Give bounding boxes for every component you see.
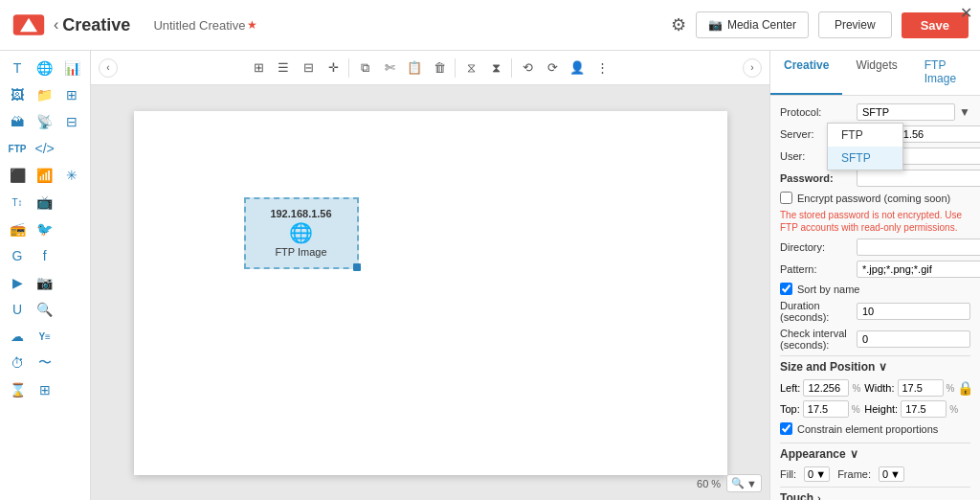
toolbar-back-icon[interactable]: ⧖ xyxy=(459,57,482,80)
sidebar-google-icon[interactable]: G xyxy=(4,242,31,269)
sidebar-media-icon[interactable]: 📁 xyxy=(32,81,58,108)
protocol-input[interactable] xyxy=(857,103,955,121)
sidebar-wave-icon[interactable]: 〜 xyxy=(32,350,58,376)
sidebar-u-icon[interactable]: U xyxy=(4,296,31,323)
sidebar-timer-icon[interactable]: ⏱ xyxy=(4,350,31,376)
check-interval-input[interactable] xyxy=(857,330,970,348)
width-pct: % xyxy=(947,383,955,394)
sidebar-tv-icon[interactable]: 📺 xyxy=(32,189,58,216)
lock-icon[interactable]: 🔒 xyxy=(957,380,973,396)
media-center-button[interactable]: 📷 Media Center xyxy=(696,11,809,38)
toolbar-align-icon[interactable]: ☰ xyxy=(272,57,295,80)
directory-row: Directory: xyxy=(780,239,970,256)
right-collapse-button[interactable]: › xyxy=(743,58,762,78)
sidebar-web-icon[interactable]: 🌐 xyxy=(32,55,58,81)
protocol-dropdown-arrow[interactable]: ▼ xyxy=(959,105,970,119)
back-arrow[interactable]: ‹ xyxy=(54,16,58,34)
tab-creative[interactable]: Creative xyxy=(770,51,842,95)
directory-label: Directory: xyxy=(780,241,857,253)
preview-button[interactable]: Preview xyxy=(818,11,892,38)
frame-value: 0 xyxy=(882,468,888,480)
sidebar-empty4 xyxy=(58,242,85,269)
sidebar-text2-icon[interactable]: T↕ xyxy=(4,189,31,216)
encrypt-checkbox[interactable] xyxy=(780,192,792,204)
sidebar-landscape-icon[interactable]: 🏔 xyxy=(4,108,31,135)
toolbar-forward-icon[interactable]: ⧗ xyxy=(484,57,507,80)
canvas[interactable]: 192.168.1.56 🌐 FTP Image xyxy=(134,111,727,475)
left-label: Left: xyxy=(780,382,800,394)
toolbar-select-icon[interactable]: ⊟ xyxy=(297,57,320,80)
check-interval-row: Check interval (seconds): xyxy=(780,328,970,351)
sidebar-grid2-icon[interactable]: ⊞ xyxy=(58,81,85,108)
left-pct: % xyxy=(852,383,860,394)
sidebar-rss-icon[interactable]: 📡 xyxy=(32,108,58,135)
toolbar-redo-icon[interactable]: ⟳ xyxy=(541,57,564,80)
toolbar-paste-icon[interactable]: 📋 xyxy=(403,57,426,80)
top-input[interactable] xyxy=(803,400,849,418)
appearance-title[interactable]: Appearance ∨ xyxy=(780,447,970,461)
check-interval-label: Check interval (seconds): xyxy=(780,328,857,351)
width-label: Width: xyxy=(864,382,894,394)
tab-widgets[interactable]: Widgets xyxy=(842,51,910,95)
frame-select[interactable]: 0 ▼ xyxy=(879,466,904,482)
divider2 xyxy=(780,443,970,443)
error-text: The stored password is not encrypted. Us… xyxy=(780,209,970,234)
constrain-checkbox[interactable] xyxy=(780,422,792,435)
sidebar-search-icon[interactable]: 🔍 xyxy=(32,296,58,323)
sidebar-chart-icon[interactable]: 📊 xyxy=(58,55,85,81)
toolbar-copy-icon[interactable]: ⧉ xyxy=(353,57,376,80)
toolbar-user-icon[interactable]: 👤 xyxy=(566,57,589,80)
encrypt-label: Encrypt password (coming soon) xyxy=(797,193,950,204)
size-position-title[interactable]: Size and Position ∨ xyxy=(780,360,970,374)
duration-input[interactable] xyxy=(857,303,970,320)
sidebar-shape-icon[interactable]: ⬛ xyxy=(4,162,31,189)
left-collapse-button[interactable]: ‹ xyxy=(99,58,118,78)
toolbar-cut-icon[interactable]: ✄ xyxy=(378,57,401,80)
sidebar-youtube-icon[interactable]: ▶ xyxy=(4,269,31,296)
ftp-widget[interactable]: 192.168.1.56 🌐 FTP Image xyxy=(244,197,359,269)
sidebar-yammer-icon[interactable]: Y≡ xyxy=(32,323,58,350)
sidebar-wifi-icon[interactable]: 📶 xyxy=(32,162,58,189)
sidebar-hourglass-icon[interactable]: ⌛ xyxy=(4,376,31,403)
toolbar-grid-icon[interactable]: ⊞ xyxy=(247,57,270,80)
toolbar-undo-icon[interactable]: ⟲ xyxy=(516,57,539,80)
sidebar-empty8 xyxy=(58,350,85,376)
directory-input[interactable] xyxy=(857,239,980,256)
touch-row[interactable]: Touch › xyxy=(780,491,970,500)
sidebar-ftp-icon[interactable]: FTP xyxy=(4,135,31,162)
password-input[interactable] xyxy=(857,170,980,187)
toolbar-add-icon[interactable]: ✛ xyxy=(322,57,345,80)
sidebar-table-icon[interactable]: ⊟ xyxy=(58,108,85,135)
width-input[interactable] xyxy=(898,379,944,397)
sidebar-facebook-icon[interactable]: f xyxy=(32,242,58,269)
dropdown-sftp[interactable]: SFTP xyxy=(828,147,902,170)
sort-checkbox[interactable] xyxy=(780,283,792,295)
sidebar-spinner-icon[interactable]: ✳ xyxy=(58,162,85,189)
sidebar-image-icon[interactable]: 🖼 xyxy=(4,81,31,108)
sidebar-twitter-icon[interactable]: 🐦 xyxy=(32,216,58,242)
fill-arrow: ▼ xyxy=(815,468,826,480)
toolbar-more-icon[interactable]: ⋮ xyxy=(590,57,613,80)
toolbar-divider2 xyxy=(455,58,456,78)
sidebar-text-icon[interactable]: T xyxy=(4,55,31,81)
tab-ftpname[interactable]: FTP Image xyxy=(911,51,980,95)
toolbar-delete-icon[interactable]: 🗑 xyxy=(428,57,451,80)
left-input[interactable] xyxy=(803,379,849,397)
zoom-arrow: ▼ xyxy=(746,478,757,489)
zoom-dropdown[interactable]: 🔍 ▼ xyxy=(726,474,762,492)
frame-arrow: ▼ xyxy=(890,468,901,480)
sidebar-cloud-icon[interactable]: ☁ xyxy=(4,323,31,350)
fill-select[interactable]: 0 ▼ xyxy=(804,466,830,482)
sidebar-rss2-icon[interactable]: 📻 xyxy=(4,216,31,242)
settings-button[interactable]: ⚙ xyxy=(671,14,686,35)
dropdown-ftp[interactable]: FTP xyxy=(828,124,902,147)
sidebar-instagram-icon[interactable]: 📷 xyxy=(32,269,58,296)
protocol-label: Protocol: xyxy=(780,106,857,118)
height-input[interactable] xyxy=(901,400,947,418)
height-label: Height: xyxy=(864,403,898,415)
close-button[interactable]: ✕ xyxy=(952,0,980,26)
pattern-input[interactable] xyxy=(857,261,980,278)
sidebar-code-icon[interactable]: </> xyxy=(32,135,58,162)
sidebar-grid3-icon[interactable]: ⊞ xyxy=(32,376,58,403)
resize-handle[interactable] xyxy=(353,263,361,271)
